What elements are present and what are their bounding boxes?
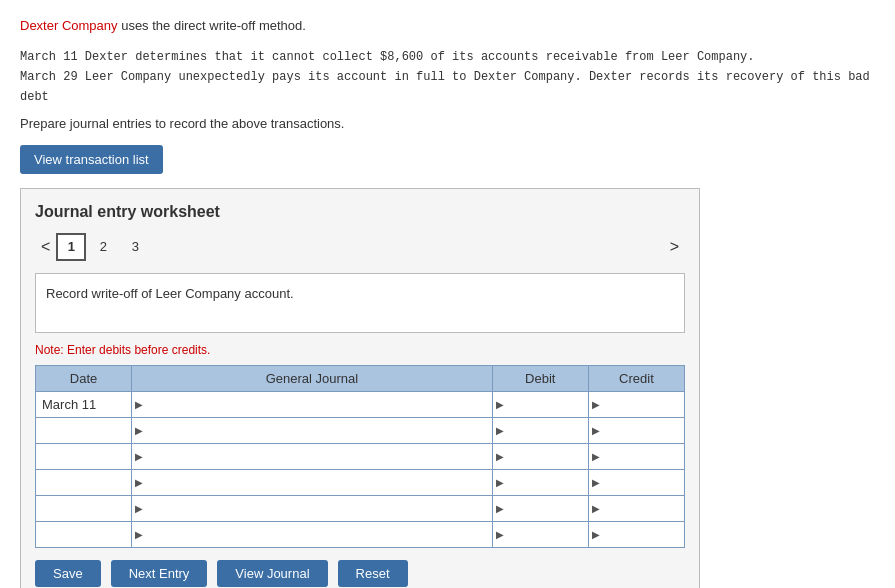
bottom-button-0[interactable]: Save (35, 560, 101, 587)
tab-2[interactable]: 2 (88, 233, 118, 261)
col-header-credit: Credit (588, 365, 684, 391)
arrow-icon: ▶ (496, 399, 504, 410)
col-header-date: Date (36, 365, 132, 391)
bottom-button-1[interactable]: Next Entry (111, 560, 208, 587)
table-row: ▶▶▶ (36, 521, 685, 547)
arrow-icon: ▶ (592, 503, 600, 514)
table-row: ▶▶▶ (36, 417, 685, 443)
scenario-lines: March 11 Dexter determines that it canno… (20, 46, 875, 106)
cell-credit-1[interactable]: ▶ (588, 417, 684, 443)
table-row: ▶▶▶ (36, 469, 685, 495)
cell-debit-0[interactable]: ▶ (492, 391, 588, 417)
arrow-icon: ▶ (496, 477, 504, 488)
arrow-icon: ▶ (496, 529, 504, 540)
company-name: Dexter Company (20, 18, 118, 33)
cell-gj-3[interactable]: ▶ (132, 469, 493, 495)
cell-debit-2[interactable]: ▶ (492, 443, 588, 469)
arrow-icon: ▶ (592, 399, 600, 410)
view-transaction-list-button[interactable]: View transaction list (20, 145, 163, 174)
cell-gj-0[interactable]: ▶ (132, 391, 493, 417)
prev-tab-button[interactable]: < (35, 236, 56, 258)
bottom-buttons-row: SaveNext EntryView JournalReset (35, 550, 685, 589)
bottom-button-2[interactable]: View Journal (217, 560, 327, 587)
cell-credit-4[interactable]: ▶ (588, 495, 684, 521)
cell-debit-3[interactable]: ▶ (492, 469, 588, 495)
cell-debit-4[interactable]: ▶ (492, 495, 588, 521)
cell-date-0: March 11 (36, 391, 132, 417)
tab-1[interactable]: 1 (56, 233, 86, 261)
arrow-icon: ▶ (592, 477, 600, 488)
table-row: ▶▶▶ (36, 443, 685, 469)
arrow-icon: ▶ (592, 425, 600, 436)
cell-debit-5[interactable]: ▶ (492, 521, 588, 547)
instruction-text: Record write-off of Leer Company account… (46, 286, 294, 301)
line2: March 29 Leer Company unexpectedly pays … (20, 70, 870, 104)
tab-3[interactable]: 3 (120, 233, 150, 261)
cell-credit-0[interactable]: ▶ (588, 391, 684, 417)
line1: March 11 Dexter determines that it canno… (20, 50, 755, 64)
cell-gj-5[interactable]: ▶ (132, 521, 493, 547)
col-header-debit: Debit (492, 365, 588, 391)
arrow-icon: ▶ (496, 425, 504, 436)
cell-gj-4[interactable]: ▶ (132, 495, 493, 521)
cell-credit-5[interactable]: ▶ (588, 521, 684, 547)
cell-credit-3[interactable]: ▶ (588, 469, 684, 495)
arrow-icon: ▶ (135, 477, 143, 488)
cell-gj-1[interactable]: ▶ (132, 417, 493, 443)
table-row: March 11▶▶▶ (36, 391, 685, 417)
cell-debit-1[interactable]: ▶ (492, 417, 588, 443)
journal-table: Date General Journal Debit Credit March … (35, 365, 685, 548)
cell-date-4 (36, 495, 132, 521)
intro-paragraph: Dexter Company uses the direct write-off… (20, 16, 875, 36)
instruction-box: Record write-off of Leer Company account… (35, 273, 685, 333)
arrow-icon: ▶ (592, 529, 600, 540)
bottom-button-3[interactable]: Reset (338, 560, 408, 587)
tabs-row: < 1 2 3 > (35, 233, 685, 261)
cell-date-2 (36, 443, 132, 469)
table-row: ▶▶▶ (36, 495, 685, 521)
arrow-icon: ▶ (592, 451, 600, 462)
arrow-icon: ▶ (135, 503, 143, 514)
worksheet-title: Journal entry worksheet (35, 203, 685, 221)
cell-date-5 (36, 521, 132, 547)
note-text: Note: Enter debits before credits. (35, 343, 685, 357)
arrow-icon: ▶ (135, 399, 143, 410)
cell-date-1 (36, 417, 132, 443)
next-tab-button[interactable]: > (664, 236, 685, 258)
arrow-icon: ▶ (496, 451, 504, 462)
arrow-icon: ▶ (135, 425, 143, 436)
arrow-icon: ▶ (135, 529, 143, 540)
arrow-icon: ▶ (496, 503, 504, 514)
cell-gj-2[interactable]: ▶ (132, 443, 493, 469)
worksheet-container: Journal entry worksheet < 1 2 3 > Record… (20, 188, 700, 589)
col-header-gj: General Journal (132, 365, 493, 391)
prepare-text: Prepare journal entries to record the ab… (20, 116, 875, 131)
arrow-icon: ▶ (135, 451, 143, 462)
cell-credit-2[interactable]: ▶ (588, 443, 684, 469)
cell-date-3 (36, 469, 132, 495)
